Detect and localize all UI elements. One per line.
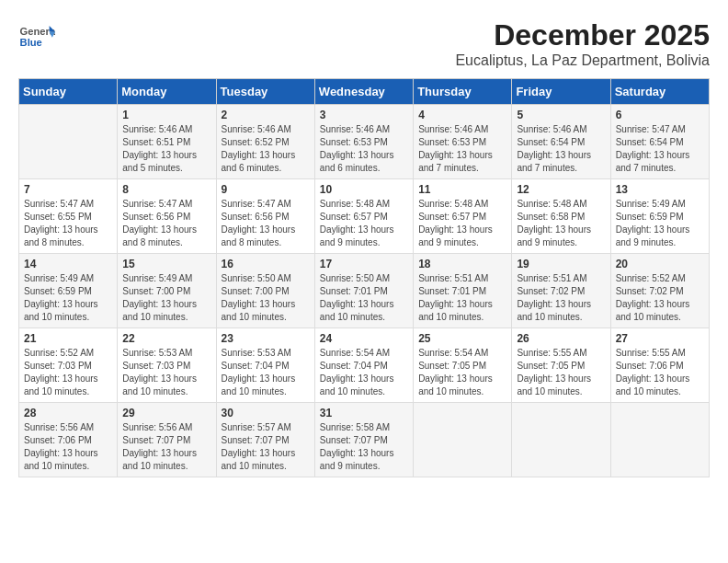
day-number: 23 xyxy=(222,332,310,345)
day-info: Sunrise: 5:49 AM Sunset: 6:59 PM Dayligh… xyxy=(616,198,704,249)
calendar-day-cell xyxy=(414,403,512,477)
day-info: Sunrise: 5:46 AM Sunset: 6:54 PM Dayligh… xyxy=(517,123,605,175)
day-info: Sunrise: 5:55 AM Sunset: 7:05 PM Dayligh… xyxy=(517,347,605,398)
calendar-day-cell: 21Sunrise: 5:52 AM Sunset: 7:03 PM Dayli… xyxy=(19,328,118,403)
calendar-day-header: Monday xyxy=(118,79,216,105)
calendar-day-header: Friday xyxy=(512,79,610,105)
day-number: 10 xyxy=(320,183,408,196)
day-info: Sunrise: 5:46 AM Sunset: 6:51 PM Dayligh… xyxy=(122,123,210,175)
day-number: 1 xyxy=(122,109,210,121)
calendar-day-cell: 30Sunrise: 5:57 AM Sunset: 7:07 PM Dayli… xyxy=(216,403,314,477)
calendar-day-cell: 19Sunrise: 5:51 AM Sunset: 7:02 PM Dayli… xyxy=(512,254,610,328)
calendar-day-cell: 28Sunrise: 5:56 AM Sunset: 7:06 PM Dayli… xyxy=(19,403,118,477)
svg-text:Blue: Blue xyxy=(20,37,42,48)
day-number: 30 xyxy=(222,407,310,419)
calendar-day-cell: 13Sunrise: 5:49 AM Sunset: 6:59 PM Dayli… xyxy=(610,179,709,254)
day-number: 12 xyxy=(517,183,605,196)
day-number: 25 xyxy=(418,332,506,345)
day-info: Sunrise: 5:48 AM Sunset: 6:58 PM Dayligh… xyxy=(517,198,605,249)
calendar-day-header: Thursday xyxy=(414,79,512,105)
calendar-week-row: 14Sunrise: 5:49 AM Sunset: 6:59 PM Dayli… xyxy=(19,254,710,328)
main-title: December 2025 xyxy=(455,18,710,52)
day-number: 9 xyxy=(222,183,310,196)
day-info: Sunrise: 5:47 AM Sunset: 6:55 PM Dayligh… xyxy=(24,198,112,249)
calendar-day-cell: 18Sunrise: 5:51 AM Sunset: 7:01 PM Dayli… xyxy=(414,254,512,328)
day-info: Sunrise: 5:52 AM Sunset: 7:02 PM Dayligh… xyxy=(616,272,704,324)
calendar-day-cell: 4Sunrise: 5:46 AM Sunset: 6:53 PM Daylig… xyxy=(414,105,512,179)
calendar-day-cell xyxy=(19,105,118,179)
day-info: Sunrise: 5:47 AM Sunset: 6:56 PM Dayligh… xyxy=(122,198,210,249)
day-number: 8 xyxy=(122,183,210,196)
header: General Blue December 2025 Eucaliptus, L… xyxy=(18,18,710,69)
calendar-day-cell: 11Sunrise: 5:48 AM Sunset: 6:57 PM Dayli… xyxy=(414,179,512,254)
day-info: Sunrise: 5:54 AM Sunset: 7:05 PM Dayligh… xyxy=(418,347,506,398)
calendar-week-row: 21Sunrise: 5:52 AM Sunset: 7:03 PM Dayli… xyxy=(19,328,710,403)
day-info: Sunrise: 5:55 AM Sunset: 7:06 PM Dayligh… xyxy=(616,347,704,398)
day-number: 20 xyxy=(616,258,704,270)
day-info: Sunrise: 5:48 AM Sunset: 6:57 PM Dayligh… xyxy=(320,198,408,249)
calendar-day-cell: 14Sunrise: 5:49 AM Sunset: 6:59 PM Dayli… xyxy=(19,254,118,328)
day-info: Sunrise: 5:46 AM Sunset: 6:53 PM Dayligh… xyxy=(418,123,506,175)
day-number: 6 xyxy=(616,109,704,121)
day-info: Sunrise: 5:50 AM Sunset: 7:01 PM Dayligh… xyxy=(320,272,408,324)
day-info: Sunrise: 5:53 AM Sunset: 7:03 PM Dayligh… xyxy=(122,347,210,398)
calendar-day-cell: 31Sunrise: 5:58 AM Sunset: 7:07 PM Dayli… xyxy=(314,403,413,477)
day-info: Sunrise: 5:58 AM Sunset: 7:07 PM Dayligh… xyxy=(320,421,408,473)
day-number: 3 xyxy=(320,109,408,121)
calendar-day-cell xyxy=(610,403,709,477)
calendar-day-cell: 29Sunrise: 5:56 AM Sunset: 7:07 PM Dayli… xyxy=(118,403,216,477)
day-number: 29 xyxy=(122,407,210,419)
day-info: Sunrise: 5:46 AM Sunset: 6:53 PM Dayligh… xyxy=(320,123,408,175)
calendar-day-cell: 25Sunrise: 5:54 AM Sunset: 7:05 PM Dayli… xyxy=(414,328,512,403)
day-info: Sunrise: 5:49 AM Sunset: 7:00 PM Dayligh… xyxy=(122,272,210,324)
calendar-day-cell: 10Sunrise: 5:48 AM Sunset: 6:57 PM Dayli… xyxy=(314,179,413,254)
calendar-day-cell: 6Sunrise: 5:47 AM Sunset: 6:54 PM Daylig… xyxy=(610,105,709,179)
calendar-week-row: 1Sunrise: 5:46 AM Sunset: 6:51 PM Daylig… xyxy=(19,105,710,179)
calendar-day-cell: 27Sunrise: 5:55 AM Sunset: 7:06 PM Dayli… xyxy=(610,328,709,403)
calendar-day-cell: 22Sunrise: 5:53 AM Sunset: 7:03 PM Dayli… xyxy=(118,328,216,403)
calendar-day-header: Saturday xyxy=(610,79,709,105)
day-number: 4 xyxy=(418,109,506,121)
day-number: 2 xyxy=(222,109,310,121)
page-container: General Blue December 2025 Eucaliptus, L… xyxy=(18,18,710,477)
day-number: 15 xyxy=(122,258,210,270)
calendar-week-row: 28Sunrise: 5:56 AM Sunset: 7:06 PM Dayli… xyxy=(19,403,710,477)
subtitle: Eucaliptus, La Paz Department, Bolivia xyxy=(455,52,710,69)
day-info: Sunrise: 5:51 AM Sunset: 7:01 PM Dayligh… xyxy=(418,272,506,324)
day-info: Sunrise: 5:47 AM Sunset: 6:54 PM Dayligh… xyxy=(616,123,704,175)
calendar-day-cell: 20Sunrise: 5:52 AM Sunset: 7:02 PM Dayli… xyxy=(610,254,709,328)
calendar-day-header: Sunday xyxy=(19,79,118,105)
calendar-week-row: 7Sunrise: 5:47 AM Sunset: 6:55 PM Daylig… xyxy=(19,179,710,254)
calendar-day-cell: 1Sunrise: 5:46 AM Sunset: 6:51 PM Daylig… xyxy=(118,105,216,179)
calendar-day-cell: 9Sunrise: 5:47 AM Sunset: 6:56 PM Daylig… xyxy=(216,179,314,254)
day-number: 11 xyxy=(418,183,506,196)
day-number: 22 xyxy=(122,332,210,345)
day-info: Sunrise: 5:47 AM Sunset: 6:56 PM Dayligh… xyxy=(222,198,310,249)
day-info: Sunrise: 5:51 AM Sunset: 7:02 PM Dayligh… xyxy=(517,272,605,324)
calendar-day-cell: 24Sunrise: 5:54 AM Sunset: 7:04 PM Dayli… xyxy=(314,328,413,403)
day-number: 27 xyxy=(616,332,704,345)
calendar-day-cell: 5Sunrise: 5:46 AM Sunset: 6:54 PM Daylig… xyxy=(512,105,610,179)
calendar-day-cell: 26Sunrise: 5:55 AM Sunset: 7:05 PM Dayli… xyxy=(512,328,610,403)
day-info: Sunrise: 5:57 AM Sunset: 7:07 PM Dayligh… xyxy=(222,421,310,473)
calendar-day-cell: 7Sunrise: 5:47 AM Sunset: 6:55 PM Daylig… xyxy=(19,179,118,254)
calendar-day-cell: 23Sunrise: 5:53 AM Sunset: 7:04 PM Dayli… xyxy=(216,328,314,403)
calendar-day-header: Tuesday xyxy=(216,79,314,105)
day-info: Sunrise: 5:52 AM Sunset: 7:03 PM Dayligh… xyxy=(24,347,112,398)
day-number: 14 xyxy=(24,258,112,270)
title-section: December 2025 Eucaliptus, La Paz Departm… xyxy=(455,18,710,69)
calendar-day-cell: 2Sunrise: 5:46 AM Sunset: 6:52 PM Daylig… xyxy=(216,105,314,179)
day-number: 28 xyxy=(24,407,112,419)
calendar-day-cell: 15Sunrise: 5:49 AM Sunset: 7:00 PM Dayli… xyxy=(118,254,216,328)
day-info: Sunrise: 5:56 AM Sunset: 7:07 PM Dayligh… xyxy=(122,421,210,473)
day-number: 17 xyxy=(320,258,408,270)
day-info: Sunrise: 5:46 AM Sunset: 6:52 PM Dayligh… xyxy=(222,123,310,175)
day-number: 7 xyxy=(24,183,112,196)
day-info: Sunrise: 5:49 AM Sunset: 6:59 PM Dayligh… xyxy=(24,272,112,324)
day-info: Sunrise: 5:54 AM Sunset: 7:04 PM Dayligh… xyxy=(320,347,408,398)
calendar-day-cell: 8Sunrise: 5:47 AM Sunset: 6:56 PM Daylig… xyxy=(118,179,216,254)
day-number: 19 xyxy=(517,258,605,270)
calendar-header-row: SundayMondayTuesdayWednesdayThursdayFrid… xyxy=(19,79,710,105)
day-number: 13 xyxy=(616,183,704,196)
day-number: 24 xyxy=(320,332,408,345)
